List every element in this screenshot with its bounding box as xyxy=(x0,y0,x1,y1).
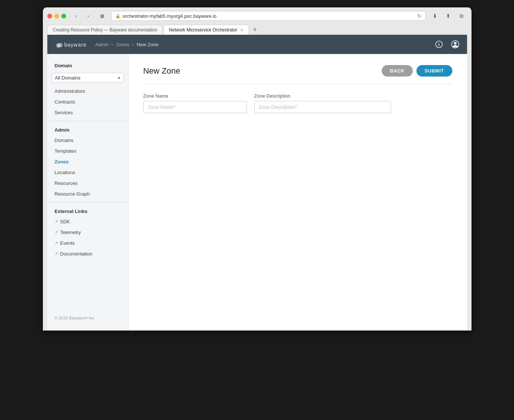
main-content: New Zone BACK SUBMIT Zone Name Zone Desc… xyxy=(129,54,467,331)
sidebar-item-contracts[interactable]: Contracts xyxy=(47,96,128,107)
sidebar-item-documentation[interactable]: ↗ Documentation xyxy=(47,248,128,259)
zone-desc-input[interactable] xyxy=(254,101,391,113)
breadcrumb-admin[interactable]: Admin xyxy=(95,42,109,47)
share-button[interactable]: ⬆ xyxy=(443,12,454,20)
breadcrumb-sep-2: > xyxy=(132,42,135,47)
zone-name-group: Zone Name xyxy=(143,93,247,113)
tab-label: Network Microservice Orchestrator xyxy=(169,27,237,33)
window-controls xyxy=(47,14,66,18)
sidebar-item-zones[interactable]: Zones xyxy=(47,156,128,167)
app-body: Domain All Domains Administrators Contra… xyxy=(47,54,467,331)
user-icon xyxy=(451,40,459,48)
page-header: New Zone BACK SUBMIT xyxy=(143,65,452,84)
info-button[interactable]: i xyxy=(433,38,445,50)
sidebar-item-templates[interactable]: Templates xyxy=(47,146,128,156)
external-link-icon-telemetry: ↗ xyxy=(55,230,58,235)
sidebar-label-telemetry: Telemetry xyxy=(60,230,81,235)
url-text: orchestrator-myfab5.myorg4.poc.bayware.i… xyxy=(123,13,415,19)
close-dot[interactable] xyxy=(47,14,52,18)
new-window-button[interactable]: ⧉ xyxy=(456,12,467,20)
breadcrumb-current: New Zone xyxy=(137,42,159,47)
breadcrumb-zones[interactable]: Zones xyxy=(116,42,129,47)
top-nav: bayware Admin > Zones > New Zone i xyxy=(47,35,467,54)
sidebar-label-sdk: SDK xyxy=(60,219,70,224)
sidebar-label-events: Events xyxy=(60,240,75,246)
sidebar-item-administrators[interactable]: Administrators xyxy=(47,86,128,96)
page-title: New Zone xyxy=(143,66,180,76)
zone-desc-label: Zone Description xyxy=(254,93,391,99)
sidebar-item-sdk[interactable]: ↗ SDK xyxy=(47,216,128,227)
sidebar: Domain All Domains Administrators Contra… xyxy=(47,54,129,331)
tab-orchestrator[interactable]: Network Microservice Orchestrator ✕ xyxy=(163,25,249,35)
browser-tabs: Creating Resource Policy — Bayware docum… xyxy=(47,24,467,35)
sidebar-label-resource-graph: Resource Graph xyxy=(55,191,90,197)
sidebar-item-events[interactable]: ↗ Events xyxy=(47,238,128,248)
maximize-dot[interactable] xyxy=(61,14,66,18)
breadcrumb-sep-1: > xyxy=(111,42,114,47)
user-button[interactable] xyxy=(449,38,461,50)
sidebar-divider-1 xyxy=(47,121,128,121)
sidebar-label-locations: Locations xyxy=(55,170,75,175)
domain-select-wrap: All Domains xyxy=(47,71,128,86)
sidebar-label-contracts: Contracts xyxy=(55,99,75,105)
svg-point-4 xyxy=(454,42,456,45)
tab-documentation[interactable]: Creating Resource Policy — Bayware docum… xyxy=(47,25,163,35)
form-row: Zone Name Zone Description xyxy=(143,93,452,113)
tab-label: Creating Resource Policy — Bayware docum… xyxy=(53,27,157,33)
zone-desc-group: Zone Description xyxy=(254,93,391,113)
sidebar-item-locations[interactable]: Locations xyxy=(47,167,128,178)
domain-select[interactable]: All Domains xyxy=(52,73,124,83)
breadcrumb: Admin > Zones > New Zone xyxy=(95,42,433,47)
sidebar-label-templates: Templates xyxy=(55,148,76,154)
tab-close-icon[interactable]: ✕ xyxy=(240,28,244,33)
sidebar-label-domains: Domains xyxy=(55,138,74,143)
new-tab-button[interactable]: + xyxy=(250,24,260,35)
external-link-icon-events: ↗ xyxy=(55,241,58,245)
sidebar-item-telemetry[interactable]: ↗ Telemetry xyxy=(47,227,128,238)
sidebar-toggle-button[interactable]: ▩ xyxy=(97,12,108,20)
svg-text:i: i xyxy=(438,42,439,47)
sidebar-item-resources[interactable]: Resources xyxy=(47,178,128,189)
sidebar-item-resource-graph[interactable]: Resource Graph xyxy=(47,189,128,199)
sidebar-label-documentation: Documentation xyxy=(60,251,92,257)
sidebar-label-resources: Resources xyxy=(55,180,78,186)
sidebar-label-zones: Zones xyxy=(55,159,69,165)
bayware-logo: bayware xyxy=(53,39,86,50)
domain-select-container: All Domains xyxy=(52,73,124,83)
minimize-dot[interactable] xyxy=(54,14,59,18)
sidebar-divider-2 xyxy=(47,202,128,203)
lock-icon: 🔒 xyxy=(115,14,120,18)
submit-button[interactable]: SUBMIT xyxy=(416,65,452,77)
sidebar-item-domains[interactable]: Domains xyxy=(47,135,128,146)
nav-right: i xyxy=(433,38,461,50)
svg-text:bayware: bayware xyxy=(64,42,86,48)
external-section-title: External Links xyxy=(47,206,128,216)
reload-button[interactable]: ↻ xyxy=(417,13,422,19)
sidebar-label-administrators: Administrators xyxy=(55,88,85,94)
forward-button[interactable]: › xyxy=(83,12,93,20)
sidebar-footer: © 2019 Bayware® Inc. xyxy=(47,311,128,325)
admin-section-title: Admin xyxy=(47,124,128,135)
domain-section-title: Domain xyxy=(47,60,128,71)
download-button[interactable]: ⬇ xyxy=(429,12,440,20)
back-button[interactable]: ‹ xyxy=(71,12,82,20)
address-bar: 🔒 orchestrator-myfab5.myorg4.poc.bayware… xyxy=(111,11,426,21)
external-link-icon-documentation: ↗ xyxy=(55,251,58,256)
header-actions: BACK SUBMIT xyxy=(382,65,452,77)
sidebar-item-services[interactable]: Services xyxy=(47,107,128,118)
zone-name-label: Zone Name xyxy=(143,93,247,99)
info-icon: i xyxy=(435,41,443,48)
zone-name-input[interactable] xyxy=(143,101,247,113)
sidebar-label-services: Services xyxy=(55,110,73,115)
external-link-icon-sdk: ↗ xyxy=(55,219,58,224)
logo-area: bayware xyxy=(53,39,86,50)
back-button[interactable]: BACK xyxy=(382,65,413,77)
